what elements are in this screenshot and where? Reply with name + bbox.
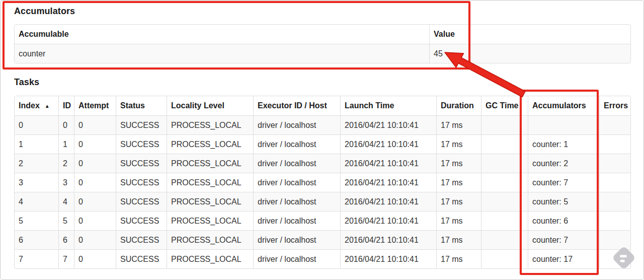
cell-duration: 17 ms bbox=[436, 230, 481, 249]
cell-index: 0 bbox=[15, 115, 58, 134]
cell-locality: PROCESS_LOCAL bbox=[167, 173, 253, 192]
task-row: 7 7 0 SUCCESS PROCESS_LOCAL driver / loc… bbox=[15, 249, 630, 268]
cell-locality: PROCESS_LOCAL bbox=[167, 115, 253, 134]
cell-attempt: 0 bbox=[74, 134, 116, 154]
cell-accumulators: counter: 17 bbox=[528, 249, 599, 268]
cell-status: SUCCESS bbox=[116, 192, 167, 211]
cell-index: 2 bbox=[15, 154, 58, 173]
column-header-launch-time[interactable]: Launch Time bbox=[340, 96, 436, 115]
cell-accumulators: counter: 7 bbox=[528, 173, 599, 192]
cell-gc-time bbox=[481, 192, 528, 211]
cell-gc-time bbox=[481, 230, 528, 249]
tasks-table: Index▲ ID Attempt Status Locality Level … bbox=[14, 96, 631, 269]
cell-attempt: 0 bbox=[74, 230, 116, 249]
column-header-attempt[interactable]: Attempt bbox=[74, 96, 116, 115]
task-row: 6 6 0 SUCCESS PROCESS_LOCAL driver / loc… bbox=[15, 230, 630, 249]
cell-status: SUCCESS bbox=[116, 154, 167, 173]
cell-launch-time: 2016/04/21 10:10:41 bbox=[340, 173, 436, 192]
task-row: 5 5 0 SUCCESS PROCESS_LOCAL driver / loc… bbox=[15, 211, 630, 230]
cell-accumulators: counter: 5 bbox=[528, 192, 599, 211]
cell-executor: driver / localhost bbox=[253, 154, 340, 173]
cell-executor: driver / localhost bbox=[253, 192, 340, 211]
cell-gc-time bbox=[481, 154, 528, 173]
column-header-index-label: Index bbox=[19, 101, 40, 110]
cell-attempt: 0 bbox=[74, 211, 116, 230]
cell-executor: driver / localhost bbox=[253, 230, 340, 249]
cell-duration: 17 ms bbox=[436, 115, 481, 134]
cell-gc-time bbox=[481, 249, 528, 268]
cell-launch-time: 2016/04/21 10:10:41 bbox=[340, 211, 436, 230]
cell-attempt: 0 bbox=[74, 192, 116, 211]
cell-id: 5 bbox=[58, 211, 74, 230]
column-header-executor[interactable]: Executor ID / Host bbox=[253, 96, 340, 115]
cell-executor: driver / localhost bbox=[253, 134, 340, 154]
column-header-value[interactable]: Value bbox=[429, 25, 630, 44]
task-row: 2 2 0 SUCCESS PROCESS_LOCAL driver / loc… bbox=[15, 154, 630, 173]
cell-accumulable-name: counter bbox=[15, 44, 429, 63]
column-header-gc-time[interactable]: GC Time bbox=[481, 96, 528, 115]
column-header-errors[interactable]: Errors bbox=[599, 96, 630, 115]
cell-duration: 17 ms bbox=[436, 192, 481, 211]
task-row: 3 3 0 SUCCESS PROCESS_LOCAL driver / loc… bbox=[15, 173, 630, 192]
cell-errors bbox=[599, 154, 630, 173]
cell-executor: driver / localhost bbox=[253, 173, 340, 192]
cell-gc-time bbox=[481, 134, 528, 154]
cell-duration: 17 ms bbox=[436, 134, 481, 154]
column-header-index[interactable]: Index▲ bbox=[15, 96, 58, 115]
cell-status: SUCCESS bbox=[116, 211, 167, 230]
cell-duration: 17 ms bbox=[436, 211, 481, 230]
cell-launch-time: 2016/04/21 10:10:41 bbox=[340, 249, 436, 268]
cell-locality: PROCESS_LOCAL bbox=[167, 134, 253, 154]
cell-accumulable-value: 45 bbox=[429, 44, 630, 63]
cell-status: SUCCESS bbox=[116, 134, 167, 154]
cell-launch-time: 2016/04/21 10:10:41 bbox=[340, 154, 436, 173]
cell-gc-time bbox=[481, 173, 528, 192]
cell-launch-time: 2016/04/21 10:10:41 bbox=[340, 115, 436, 134]
cell-id: 7 bbox=[58, 249, 74, 268]
cell-id: 1 bbox=[58, 134, 74, 154]
accumulator-row: counter 45 bbox=[15, 44, 630, 63]
column-header-accumulators[interactable]: Accumulators bbox=[528, 96, 599, 115]
column-header-id[interactable]: ID bbox=[58, 96, 74, 115]
cell-index: 5 bbox=[15, 211, 58, 230]
accumulators-header-row: Accumulable Value bbox=[15, 25, 630, 44]
task-row: 4 4 0 SUCCESS PROCESS_LOCAL driver / loc… bbox=[15, 192, 630, 211]
cell-gc-time bbox=[481, 211, 528, 230]
cell-errors bbox=[599, 192, 630, 211]
column-header-duration[interactable]: Duration bbox=[436, 96, 481, 115]
cell-locality: PROCESS_LOCAL bbox=[167, 154, 253, 173]
column-header-locality[interactable]: Locality Level bbox=[167, 96, 253, 115]
cell-status: SUCCESS bbox=[116, 249, 167, 268]
column-header-status[interactable]: Status bbox=[116, 96, 167, 115]
cell-locality: PROCESS_LOCAL bbox=[167, 211, 253, 230]
cell-locality: PROCESS_LOCAL bbox=[167, 230, 253, 249]
feedly-watermark-icon bbox=[611, 245, 637, 271]
cell-gc-time bbox=[481, 115, 528, 134]
cell-accumulators bbox=[528, 115, 599, 134]
cell-index: 3 bbox=[15, 173, 58, 192]
cell-errors bbox=[599, 211, 630, 230]
cell-locality: PROCESS_LOCAL bbox=[167, 192, 253, 211]
cell-attempt: 0 bbox=[74, 154, 116, 173]
cell-status: SUCCESS bbox=[116, 173, 167, 192]
tasks-section-title: Tasks bbox=[14, 77, 39, 88]
cell-attempt: 0 bbox=[74, 249, 116, 268]
cell-launch-time: 2016/04/21 10:10:41 bbox=[340, 192, 436, 211]
cell-id: 3 bbox=[58, 173, 74, 192]
cell-id: 4 bbox=[58, 192, 74, 211]
accumulators-table: Accumulable Value counter 45 bbox=[14, 24, 631, 63]
cell-id: 2 bbox=[58, 154, 74, 173]
cell-errors bbox=[599, 115, 630, 134]
cell-index: 6 bbox=[15, 230, 58, 249]
sort-ascending-icon: ▲ bbox=[45, 103, 50, 109]
cell-index: 4 bbox=[15, 192, 58, 211]
cell-id: 6 bbox=[58, 230, 74, 249]
cell-index: 1 bbox=[15, 134, 58, 154]
cell-attempt: 0 bbox=[74, 115, 116, 134]
tasks-header-row: Index▲ ID Attempt Status Locality Level … bbox=[15, 96, 630, 115]
cell-status: SUCCESS bbox=[116, 115, 167, 134]
column-header-accumulable[interactable]: Accumulable bbox=[15, 25, 429, 44]
cell-accumulators: counter: 6 bbox=[528, 211, 599, 230]
cell-executor: driver / localhost bbox=[253, 115, 340, 134]
cell-id: 0 bbox=[58, 115, 74, 134]
